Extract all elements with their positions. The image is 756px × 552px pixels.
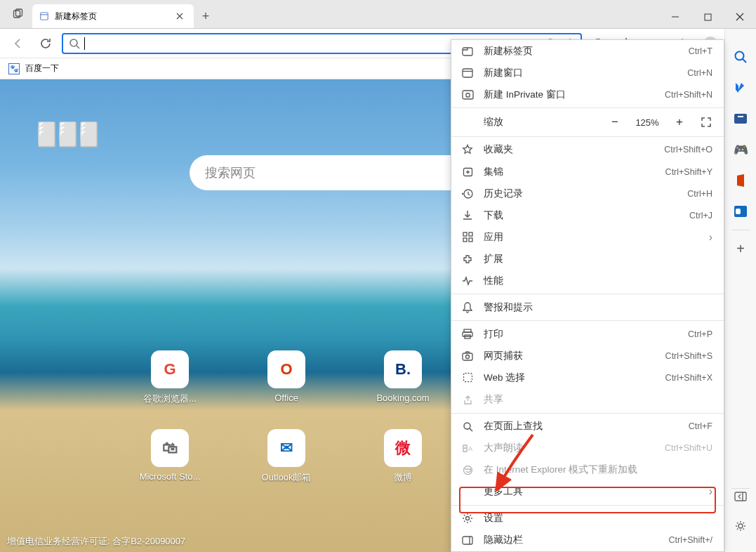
menu-item-shortcut: Ctrl+Shift+Y bbox=[665, 167, 712, 177]
rail-tools-icon[interactable] bbox=[725, 103, 757, 134]
menu-item-label: 历史记录 bbox=[484, 188, 677, 200]
rail-office-icon[interactable] bbox=[725, 165, 757, 196]
menu-item-star[interactable]: 收藏夹 Ctrl+Shift+O bbox=[451, 139, 724, 161]
menu-item-history[interactable]: 历史记录 Ctrl+H bbox=[451, 183, 724, 204]
menu-item-share: 共享 bbox=[451, 389, 724, 411]
menu-item-ext[interactable]: 扩展 bbox=[451, 248, 724, 270]
svg-rect-2 bbox=[41, 13, 48, 20]
quick-link-tile[interactable]: B. Booking.com bbox=[373, 350, 432, 405]
menu-item-apps[interactable]: 应用 › bbox=[451, 226, 724, 248]
menu-item-shortcut: Ctrl+T bbox=[689, 46, 712, 56]
private-icon bbox=[461, 90, 474, 100]
apps-icon bbox=[461, 232, 474, 242]
svg-rect-21 bbox=[463, 91, 473, 99]
rail-outlook-icon[interactable] bbox=[725, 196, 757, 227]
zoom-value: 125% bbox=[631, 117, 663, 128]
rail-games-icon[interactable]: 🎮 bbox=[725, 134, 757, 165]
window-minimize-button[interactable] bbox=[659, 6, 691, 28]
menu-item-shortcut: Ctrl+F bbox=[689, 421, 712, 431]
quick-link-tile[interactable]: O Office bbox=[257, 350, 316, 405]
new-tab-button[interactable]: + bbox=[194, 4, 218, 28]
tile-icon: O bbox=[267, 350, 305, 388]
menu-item-label: 大声朗读 bbox=[484, 442, 655, 454]
menu-item-print[interactable]: 打印 Ctrl+P bbox=[451, 323, 724, 345]
menu-item-capture[interactable]: 网页捕获 Ctrl+Shift+S bbox=[451, 345, 724, 367]
browser-tab[interactable]: 新建标签页 bbox=[32, 4, 194, 28]
sidebar-icon bbox=[461, 536, 474, 545]
menu-item-download[interactable]: 下载 Ctrl+J bbox=[451, 204, 724, 226]
menu-item-label: 性能 bbox=[484, 275, 712, 287]
rail-add-button[interactable]: + bbox=[725, 233, 757, 264]
menu-item-label: 共享 bbox=[484, 393, 712, 406]
ntp-search-placeholder: 搜索网页 bbox=[205, 164, 256, 181]
menu-item-shortcut: Ctrl+N bbox=[687, 68, 712, 78]
svg-point-18 bbox=[738, 524, 743, 528]
menu-item-shortcut: Ctrl+J bbox=[689, 211, 712, 221]
menu-item-find[interactable]: 在页面上查找 Ctrl+F bbox=[451, 416, 724, 438]
apps-grid-icon[interactable]: ⬜⬜⬜⬜⬜⬜⬜⬜⬜ bbox=[37, 121, 100, 134]
quick-link-tile[interactable]: ✉ Outlook邮箱 bbox=[257, 429, 316, 484]
rail-search-icon[interactable] bbox=[725, 41, 757, 72]
menu-item-more[interactable]: 更多工具 › bbox=[451, 481, 724, 503]
menu-item-perf[interactable]: 性能 bbox=[451, 270, 724, 291]
nav-refresh-button[interactable] bbox=[34, 32, 58, 55]
tab-actions-button[interactable] bbox=[4, 0, 32, 28]
svg-rect-39 bbox=[463, 537, 472, 544]
svg-rect-14 bbox=[738, 116, 743, 117]
bookmark-baidu[interactable]: 百度一下 bbox=[25, 63, 59, 74]
svg-rect-27 bbox=[463, 238, 467, 242]
ext-icon bbox=[461, 254, 474, 265]
window-maximize-button[interactable] bbox=[691, 6, 724, 28]
menu-item-sidebar[interactable]: 隐藏边栏 Ctrl+Shift+/ bbox=[451, 530, 724, 551]
menu-item-label: 新建窗口 bbox=[484, 67, 677, 79]
tile-label: 谷歌浏览器... bbox=[143, 393, 197, 405]
bell-icon bbox=[461, 302, 474, 313]
menu-item-select[interactable]: Web 选择 Ctrl+Shift+X bbox=[451, 367, 724, 388]
menu-item-private[interactable]: 新建 InPrivate 窗口 Ctrl+Shift+N bbox=[451, 84, 724, 105]
tile-icon: 🛍 bbox=[151, 429, 189, 467]
rail-shopping-icon[interactable] bbox=[725, 72, 757, 103]
menu-item-label: 警报和提示 bbox=[484, 301, 712, 314]
menu-item-label: Web 选择 bbox=[484, 372, 656, 384]
menu-item-tab[interactable]: 新建标签页 Ctrl+T bbox=[451, 40, 724, 62]
quick-link-tile[interactable]: 🛍 Microsoft Sto... bbox=[140, 429, 199, 484]
menu-item-read: A 大声朗读 Ctrl+Shift+U bbox=[451, 438, 724, 459]
menu-item-gear[interactable]: 设置 bbox=[451, 508, 724, 530]
zoom-out-button[interactable]: − bbox=[604, 112, 625, 132]
menu-item-shortcut: Ctrl+P bbox=[688, 329, 712, 339]
chevron-right-icon: › bbox=[709, 231, 712, 244]
select-icon bbox=[461, 372, 474, 383]
menu-item-label: 扩展 bbox=[484, 253, 712, 265]
menu-item-label: 打印 bbox=[484, 328, 678, 341]
window-close-button[interactable] bbox=[724, 6, 756, 28]
tab-close-button[interactable] bbox=[173, 11, 187, 21]
tile-label: 微博 bbox=[394, 471, 412, 484]
quick-link-tile[interactable]: G 谷歌浏览器... bbox=[140, 350, 199, 405]
gear-icon bbox=[461, 513, 474, 524]
window-icon bbox=[461, 68, 474, 78]
nav-back-button[interactable] bbox=[6, 32, 29, 55]
svg-rect-30 bbox=[463, 332, 472, 336]
svg-rect-3 bbox=[705, 14, 711, 20]
menu-zoom-row: 缩放 − 125% + bbox=[451, 110, 724, 134]
sidebar-rail-bottom bbox=[724, 485, 756, 552]
menu-item-label: 隐藏边栏 bbox=[484, 534, 658, 546]
menu-zoom-label: 缩放 bbox=[484, 116, 599, 129]
quick-link-tile[interactable]: 微 微博 bbox=[373, 429, 432, 484]
perf-icon bbox=[461, 276, 474, 286]
menu-item-bell[interactable]: 警报和提示 bbox=[451, 296, 724, 318]
menu-item-label: 下载 bbox=[484, 209, 679, 222]
menu-item-collect[interactable]: 集锦 Ctrl+Shift+Y bbox=[451, 161, 724, 183]
tile-icon: ✉ bbox=[267, 429, 305, 467]
menu-item-label: 收藏夹 bbox=[484, 143, 654, 156]
rail-settings-icon[interactable] bbox=[734, 520, 747, 548]
menu-item-window[interactable]: 新建窗口 Ctrl+N bbox=[451, 62, 724, 84]
find-icon bbox=[461, 421, 474, 432]
fullscreen-button[interactable] bbox=[696, 112, 717, 132]
tab-icon bbox=[461, 46, 474, 56]
tile-icon: G bbox=[151, 350, 189, 388]
zoom-in-button[interactable]: + bbox=[669, 112, 690, 132]
menu-item-label: 设置 bbox=[484, 512, 712, 525]
star-icon bbox=[461, 144, 474, 155]
rail-toggle-sidebar-icon[interactable] bbox=[734, 492, 747, 520]
